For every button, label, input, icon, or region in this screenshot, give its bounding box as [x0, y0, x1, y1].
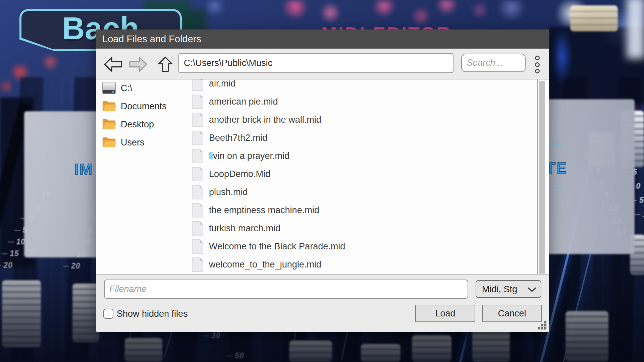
- file-row[interactable]: another brick in the wall.mid: [187, 111, 537, 129]
- drive-icon: [102, 81, 116, 97]
- places-sidebar: C:\ Documents: [96, 79, 187, 274]
- file-name: livin on a prayer.mid: [209, 151, 289, 161]
- file-name: the emptiness machine.mid: [209, 205, 319, 216]
- filetype-dropdown[interactable]: Midi, Stg: [476, 280, 541, 298]
- create-button-cutoff[interactable]: TE: [546, 159, 567, 177]
- fader-cap: [289, 341, 332, 362]
- import-button-cutoff[interactable]: IM: [74, 160, 93, 178]
- load-button[interactable]: Load: [415, 305, 475, 322]
- sidebar-item-label: Users: [121, 137, 145, 148]
- file-name: american pie.mid: [209, 97, 278, 107]
- sidebar-item-desktop[interactable]: Desktop: [96, 115, 187, 133]
- folder-icon: [102, 99, 116, 114]
- file-row[interactable]: Beeth7th2.mid: [187, 129, 537, 147]
- file-document-icon: [192, 239, 204, 255]
- file-name: plush.mid: [209, 187, 248, 197]
- kebab-dot-icon: [535, 69, 540, 73]
- file-name: welcome_to_the_jungle.mid: [209, 259, 321, 270]
- blue-glow: [553, 29, 571, 83]
- fader-scale-number: 10: [8, 237, 25, 246]
- load-files-dialog: Load Files and Folders: [96, 29, 549, 332]
- fader-cap: [361, 344, 400, 362]
- sidebar-item-label: Documents: [121, 101, 167, 112]
- dialog-bottom-panel: Midi, Stg Show hidden files Load Cancel: [96, 274, 549, 332]
- folder-icon: [102, 117, 116, 132]
- folder-icon: [102, 135, 116, 150]
- fader-cap: [566, 311, 608, 362]
- file-row[interactable]: LoopDemo.Mid: [187, 165, 537, 183]
- cancel-button[interactable]: Cancel: [482, 305, 542, 322]
- file-list: air.mid american pie.mid another brick i…: [187, 79, 537, 274]
- file-document-icon: [192, 112, 204, 129]
- screen: 1050510152050510152010505101520505103050…: [0, 0, 644, 362]
- sidebar-item-documents[interactable]: Documents: [96, 97, 187, 115]
- back-button[interactable]: [103, 56, 123, 72]
- fader-cap: [412, 335, 451, 362]
- file-document-icon: [192, 257, 204, 274]
- kebab-dot-icon: [535, 62, 540, 67]
- circuit-trace: [553, 188, 563, 201]
- file-row[interactable]: welcome_to_the_jungle.mid: [187, 255, 537, 274]
- chevron-down-icon: [528, 287, 536, 293]
- back-arrow-icon: [103, 56, 123, 72]
- file-document-icon: [192, 79, 204, 93]
- file-name: air.mid: [209, 79, 236, 89]
- dialog-titlebar[interactable]: Load Files and Folders: [96, 29, 549, 49]
- file-document-icon: [192, 130, 204, 147]
- fader-cap: [472, 328, 510, 362]
- more-options-kebab-menu[interactable]: [535, 55, 542, 74]
- fader-cap: [72, 284, 99, 342]
- fader-cap: [2, 280, 41, 347]
- file-row[interactable]: plush.mid: [187, 183, 537, 201]
- file-row[interactable]: Welcome to the Black Parade.mid: [187, 237, 537, 255]
- file-document-icon: [192, 203, 204, 219]
- file-name: LoopDemo.Mid: [209, 169, 270, 179]
- file-row[interactable]: air.mid: [187, 79, 537, 93]
- file-name: Beeth7th2.mid: [209, 133, 267, 143]
- scrollbar-thumb[interactable]: [539, 81, 545, 274]
- dialog-toolbar: [96, 49, 549, 79]
- show-hidden-checkbox[interactable]: [103, 309, 113, 319]
- resize-grip[interactable]: [538, 321, 547, 330]
- forward-button[interactable]: [128, 56, 148, 72]
- sidebar-item-users[interactable]: Users: [96, 133, 187, 152]
- fader-scale-number: 30: [203, 331, 221, 340]
- fader-scale-number: 50: [227, 351, 244, 360]
- forward-arrow-icon: [128, 56, 148, 72]
- file-row[interactable]: turkish march.mid: [187, 219, 537, 237]
- white-glow: [627, 0, 644, 59]
- file-document-icon: [192, 185, 204, 201]
- file-name: Welcome to the Black Parade.mid: [209, 241, 345, 252]
- filename-input[interactable]: [104, 280, 468, 299]
- fader-cap: [570, 5, 618, 32]
- sidebar-item-label: C:\: [121, 83, 132, 94]
- show-hidden-label: Show hidden files: [117, 309, 188, 319]
- dialog-main-area: C:\ Documents: [96, 79, 549, 274]
- blue-glow-line: [450, 328, 470, 362]
- file-document-icon: [192, 221, 204, 237]
- file-document-icon: [192, 148, 204, 165]
- fader-scale-number: 15: [2, 249, 19, 258]
- scrollbar[interactable]: [537, 79, 545, 274]
- sidebar-item-c[interactable]: C:\: [96, 79, 187, 97]
- filetype-value: Midi, Stg: [482, 284, 517, 294]
- kebab-dot-icon: [535, 56, 540, 60]
- search-input[interactable]: [461, 54, 526, 72]
- file-document-icon: [192, 94, 204, 111]
- file-row[interactable]: the emptiness machine.mid: [187, 201, 537, 219]
- fader-scale-number: 10: [635, 210, 644, 219]
- path-input[interactable]: [178, 53, 453, 73]
- fader-scale-number: 20: [0, 261, 13, 270]
- file-row[interactable]: livin on a prayer.mid: [187, 147, 537, 165]
- file-name: another brick in the wall.mid: [209, 115, 321, 125]
- background-shape: [183, 10, 206, 32]
- fader-scale-number: 20: [63, 261, 80, 270]
- file-document-icon: [192, 167, 204, 183]
- file-name: turkish march.mid: [209, 223, 280, 234]
- fader-cap: [125, 338, 162, 362]
- sidebar-item-label: Desktop: [121, 119, 154, 130]
- up-button[interactable]: [156, 56, 175, 72]
- file-row[interactable]: american pie.mid: [187, 93, 537, 111]
- up-arrow-icon: [156, 56, 174, 72]
- dialog-title: Load Files and Folders: [96, 29, 549, 49]
